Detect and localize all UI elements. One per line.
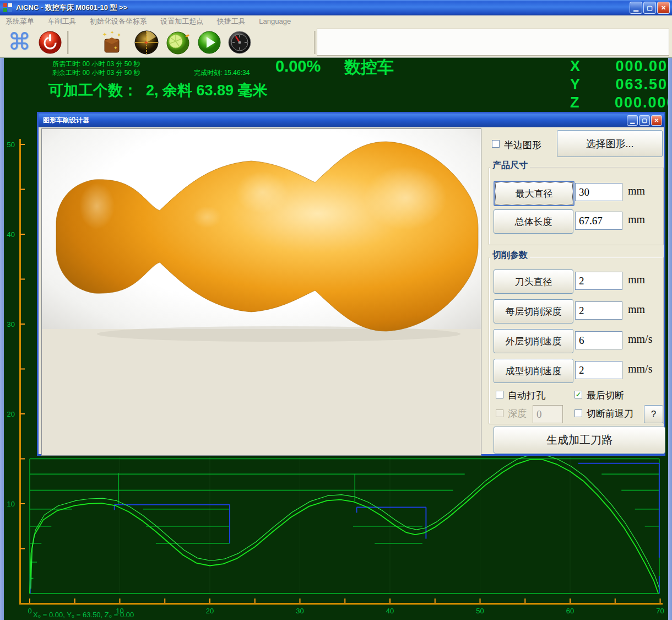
toolbar-separator bbox=[67, 31, 69, 54]
workpiece-count-line: 可加工个数： 2, 余料 63.89 毫米 bbox=[48, 80, 268, 100]
svg-text:30: 30 bbox=[7, 320, 15, 328]
depth-checkbox bbox=[496, 409, 503, 417]
retract-checkbox[interactable] bbox=[575, 409, 582, 417]
svg-text:60: 60 bbox=[566, 607, 574, 615]
menu-set-origin[interactable]: 设置加工起点 bbox=[155, 15, 209, 28]
command-icon[interactable]: ⌘ bbox=[7, 30, 32, 55]
cutting-params-title: 切削参数 bbox=[490, 250, 530, 261]
svg-text:+: + bbox=[144, 39, 148, 46]
svg-text:40: 40 bbox=[7, 230, 15, 239]
coordinate-readout: X000.000 Y063.500 Z000.000 bbox=[570, 57, 672, 112]
window-right-border bbox=[668, 15, 672, 620]
svg-text:20: 20 bbox=[7, 410, 15, 418]
gauge-icon[interactable] bbox=[227, 30, 252, 55]
final-cut-label: 最后切断 bbox=[587, 389, 624, 402]
tool-diameter-unit: mm bbox=[628, 273, 645, 286]
dialog-minimize-button[interactable]: ▁ bbox=[627, 115, 638, 126]
model-viewport bbox=[41, 128, 481, 456]
generate-toolpath-button[interactable]: 生成加工刀路 bbox=[494, 427, 665, 454]
progress-percent: 0.00% bbox=[275, 57, 321, 76]
menu-quick-tools[interactable]: 快捷工具 bbox=[212, 15, 251, 28]
svg-text:✦: ✦ bbox=[113, 45, 118, 51]
svg-text:✦: ✦ bbox=[117, 32, 121, 38]
target-sphere-icon[interactable]: + bbox=[134, 30, 159, 55]
play-icon[interactable] bbox=[197, 30, 222, 55]
forming-speed-input[interactable] bbox=[575, 361, 622, 379]
close-button[interactable]: ✕ bbox=[657, 2, 670, 14]
final-cut-checkbox[interactable]: ✓ bbox=[575, 391, 582, 398]
select-shape-button[interactable]: 选择图形... bbox=[557, 130, 663, 157]
menu-bar: 系统菜单 车削工具 初始化设备坐标系 设置加工起点 快捷工具 Language bbox=[0, 15, 672, 28]
svg-text:0: 0 bbox=[28, 607, 31, 615]
auto-drill-checkbox[interactable] bbox=[496, 391, 503, 398]
auto-drill-label: 自动打孔 bbox=[508, 389, 545, 402]
svg-text:30: 30 bbox=[296, 607, 304, 615]
svg-text:50: 50 bbox=[476, 607, 484, 615]
wizard-book-icon[interactable]: ✦✦ ✦✦ bbox=[99, 30, 124, 55]
maximize-button[interactable]: ▢ bbox=[643, 2, 656, 14]
toolbar-separator bbox=[314, 31, 316, 54]
tool-diameter-button[interactable]: 刀头直径 bbox=[494, 269, 573, 294]
layer-depth-button[interactable]: 每层切削深度 bbox=[494, 299, 573, 324]
max-diameter-button[interactable]: 最大直径 bbox=[494, 181, 575, 206]
depth-label: 深度 bbox=[508, 407, 527, 420]
toolbar-blank-panel bbox=[317, 29, 669, 56]
total-length-button[interactable]: 总体长度 bbox=[494, 209, 573, 234]
dialog-close-button[interactable]: ✕ bbox=[651, 115, 662, 126]
dialog-maximize-button[interactable]: ▢ bbox=[639, 115, 650, 126]
minimize-button[interactable]: ▁ bbox=[630, 2, 642, 14]
forming-speed-unit: mm/s bbox=[628, 363, 652, 375]
window-title: AiCNC - 数控车床 M0601-10 型 >> bbox=[16, 3, 127, 13]
retract-label: 切断前退刀 bbox=[587, 407, 633, 420]
time-remaining: 剩余工时: 00 小时 03 分 50 秒 bbox=[52, 68, 140, 77]
svg-text:✦: ✦ bbox=[102, 31, 107, 37]
svg-text:✦: ✦ bbox=[110, 30, 115, 35]
coord-y: Y063.500 bbox=[570, 76, 672, 94]
layer-depth-input[interactable] bbox=[575, 301, 622, 320]
svg-text:10: 10 bbox=[7, 500, 15, 508]
time-required: 所需工时: 00 小时 03 分 50 秒 bbox=[52, 60, 140, 68]
half-shape-checkbox[interactable] bbox=[492, 140, 500, 148]
max-diameter-unit: mm bbox=[628, 185, 645, 197]
coord-z: Z000.000 bbox=[570, 94, 672, 112]
layer-depth-unit: mm bbox=[628, 303, 645, 316]
menu-system[interactable]: 系统菜单 bbox=[0, 15, 40, 28]
window-left-border bbox=[0, 15, 4, 620]
forming-speed-button[interactable]: 成型切削速度 bbox=[494, 359, 573, 383]
finish-time: 完成时刻: 15.46:34 bbox=[194, 68, 250, 77]
menu-language[interactable]: Language bbox=[253, 15, 296, 28]
menu-turning-tools[interactable]: 车削工具 bbox=[42, 15, 82, 28]
max-diameter-input[interactable] bbox=[575, 183, 622, 201]
tool-diameter-input[interactable] bbox=[575, 272, 622, 290]
outer-speed-input[interactable] bbox=[575, 331, 622, 349]
menu-init-coords[interactable]: 初始化设备坐标系 bbox=[84, 15, 153, 28]
total-length-unit: mm bbox=[628, 213, 645, 226]
svg-text:20: 20 bbox=[206, 607, 214, 615]
turning-designer-dialog: 图形车削设计器 ▁ ▢ ✕ bbox=[37, 112, 665, 456]
svg-text:70: 70 bbox=[656, 607, 664, 615]
total-length-input[interactable] bbox=[575, 212, 622, 230]
toolbar: ⌘ ✦✦ ✦✦ + bbox=[0, 28, 672, 58]
svg-text:50: 50 bbox=[7, 141, 15, 149]
coord-x: X000.000 bbox=[570, 57, 672, 76]
outer-speed-unit: mm/s bbox=[628, 333, 652, 346]
machine-name: 数控车 bbox=[344, 56, 394, 79]
window-titlebar: AiCNC - 数控车床 M0601-10 型 >> ▁ ▢ ✕ bbox=[0, 0, 672, 15]
product-size-title: 产品尺寸 bbox=[490, 160, 530, 171]
depth-input bbox=[533, 405, 563, 423]
workpiece-3d-view bbox=[42, 129, 481, 455]
dialog-title: 图形车削设计器 bbox=[43, 116, 89, 125]
origin-statusbar: X₀ = 0.00, Y₀ = 63.50, Z₀ = 0.00 bbox=[33, 611, 134, 619]
power-icon[interactable] bbox=[37, 30, 63, 55]
app-icon bbox=[3, 3, 13, 13]
half-shape-label: 半边图形 bbox=[504, 139, 541, 152]
lime-icon[interactable] bbox=[165, 30, 191, 55]
help-button[interactable]: ? bbox=[644, 405, 663, 423]
svg-text:40: 40 bbox=[386, 607, 394, 615]
dialog-titlebar[interactable]: 图形车削设计器 ▁ ▢ ✕ bbox=[39, 114, 664, 127]
outer-speed-button[interactable]: 外层切削速度 bbox=[494, 329, 573, 353]
